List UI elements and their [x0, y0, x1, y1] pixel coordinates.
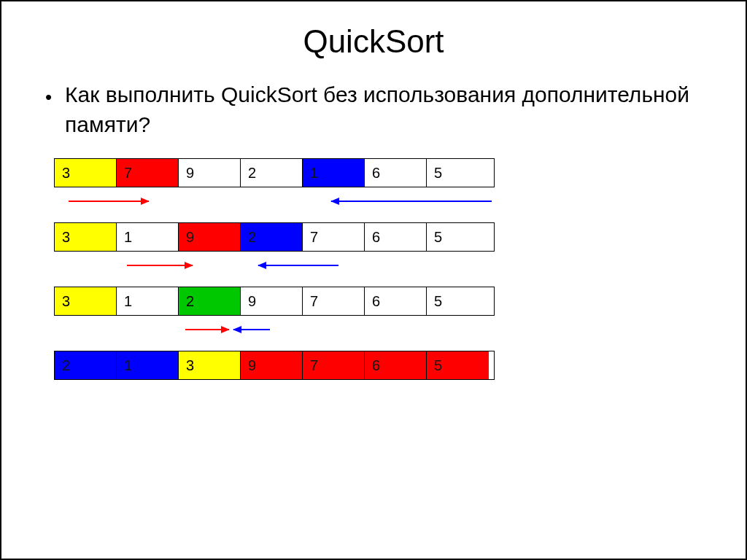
bullet-text: Как выполнить QuickSort без использовани… [65, 80, 702, 139]
arrow-left-blue-icon [258, 265, 338, 266]
cell: 7 [303, 351, 365, 379]
cell: 9 [241, 351, 303, 379]
cell: 7 [303, 223, 365, 251]
cell: 3 [55, 223, 117, 251]
slide-frame: QuickSort • Как выполнить QuickSort без … [0, 0, 747, 560]
arrow-right-red-icon [127, 265, 193, 266]
array-row: 3 1 9 2 7 6 5 [54, 222, 495, 252]
array-row: 3 7 9 2 1 6 5 [54, 158, 495, 187]
cell: 2 [241, 223, 303, 251]
arrow-row [54, 254, 493, 279]
cell: 7 [117, 159, 179, 187]
cell: 5 [427, 351, 489, 379]
array-row: 2 1 3 9 7 6 5 [54, 351, 495, 380]
cell: 9 [179, 159, 241, 187]
cell: 2 [55, 351, 117, 379]
cell: 2 [241, 159, 303, 187]
arrow-right-red-icon [69, 201, 149, 202]
cell: 1 [117, 223, 179, 251]
cell: 1 [303, 159, 365, 187]
cell: 3 [55, 159, 117, 187]
cell: 6 [365, 159, 427, 187]
arrow-row [54, 190, 493, 215]
cell: 6 [365, 223, 427, 251]
cell: 5 [427, 223, 489, 251]
slide-title: QuickSort [45, 23, 702, 60]
cell: 1 [117, 351, 179, 379]
arrow-right-red-icon [185, 329, 229, 330]
arrow-left-blue-icon [233, 329, 270, 330]
cell: 9 [179, 223, 241, 251]
cell: 5 [427, 287, 489, 315]
cell: 6 [365, 351, 427, 379]
cell: 9 [241, 287, 303, 315]
cell: 3 [55, 287, 117, 315]
cell: 3 [179, 351, 241, 379]
cell: 7 [303, 287, 365, 315]
cell: 5 [427, 159, 489, 187]
arrow-row [54, 319, 493, 343]
diagram-area: 3 7 9 2 1 6 5 3 1 9 2 7 6 5 3 [54, 158, 702, 380]
array-row: 3 1 2 9 7 6 5 [54, 287, 495, 316]
arrow-left-blue-icon [331, 201, 492, 202]
cell: 2 [179, 287, 241, 315]
bullet-dot: • [45, 85, 52, 110]
cell: 1 [117, 287, 179, 315]
cell: 6 [365, 287, 427, 315]
bullet-item: • Как выполнить QuickSort без использова… [45, 80, 702, 139]
